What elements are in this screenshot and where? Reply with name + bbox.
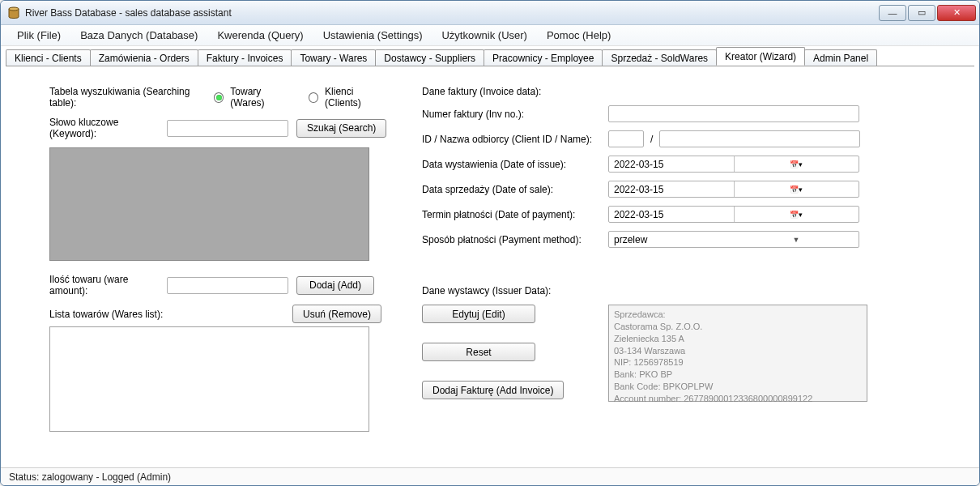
issue-date-picker[interactable]: 2022-03-15 📅▾ [608, 156, 859, 173]
tab-wares[interactable]: Towary - Wares [291, 49, 376, 66]
window-title: River Bass Database - sales database ass… [25, 7, 879, 19]
calendar-icon: 📅▾ [734, 156, 859, 172]
menu-settings[interactable]: Ustawienia (Settings) [318, 28, 428, 43]
sale-date-label: Data sprzedaży (Date of sale): [422, 184, 608, 195]
payment-date-value: 2022-03-15 [609, 209, 734, 220]
wares-list-label: Lista towarów (Wares list): [49, 309, 292, 320]
search-button[interactable]: Szukaj (Search) [296, 119, 386, 138]
radio-clients-indicator [309, 92, 319, 103]
app-window: River Bass Database - sales database ass… [0, 0, 980, 486]
issue-date-label: Data wystawienia (Date of issue): [422, 159, 608, 170]
calendar-icon: 📅▾ [734, 181, 859, 197]
menu-file[interactable]: Plik (File) [12, 28, 66, 43]
wares-list[interactable] [49, 326, 369, 432]
status-text: Status: zalogowany - Logged (Admin) [9, 471, 171, 483]
payment-method-label: Sposób płatności (Payment method): [422, 234, 608, 245]
search-results-grid[interactable] [49, 147, 369, 261]
issuer-data-box: Sprzedawca: Castorama Sp. Z.O.O. Zieleni… [608, 305, 867, 402]
client-id-input[interactable] [608, 130, 644, 147]
right-column: Dane faktury (Invoice data): Numer faktu… [422, 86, 950, 432]
issue-date-value: 2022-03-15 [609, 159, 734, 170]
tab-clients[interactable]: Klienci - Clients [6, 49, 91, 66]
menu-help[interactable]: Pomoc (Help) [542, 28, 616, 43]
menu-database[interactable]: Baza Danych (Database) [75, 28, 202, 43]
app-icon [7, 6, 20, 19]
sale-date-picker[interactable]: 2022-03-15 📅▾ [608, 181, 859, 198]
payment-method-value: przelew [609, 234, 734, 245]
tab-wizard[interactable]: Kreator (Wizard) [716, 47, 805, 66]
tab-content: Tabela wyszukiwania (Searching table): T… [6, 66, 974, 464]
chevron-down-icon: ▼ [734, 236, 859, 244]
minimize-button[interactable]: — [879, 5, 906, 21]
slash-separator: / [650, 134, 653, 145]
amount-label: Ilość towaru (ware amount): [49, 274, 167, 296]
payment-date-picker[interactable]: 2022-03-15 📅▾ [608, 206, 859, 223]
payment-date-label: Termin płatności (Date of payment): [422, 209, 608, 220]
calendar-icon: 📅▾ [734, 207, 859, 222]
reset-button[interactable]: Reset [422, 343, 535, 361]
tab-orders[interactable]: Zamówienia - Orders [90, 49, 198, 66]
titlebar: River Bass Database - sales database ass… [1, 1, 979, 25]
client-name-input[interactable] [659, 130, 860, 147]
tab-suppliers[interactable]: Dostawcy - Suppliers [375, 49, 484, 66]
statusbar: Status: zalogowany - Logged (Admin) [1, 467, 979, 485]
edit-button[interactable]: Edytuj (Edit) [422, 305, 535, 323]
remove-button[interactable]: Usuń (Remove) [292, 305, 381, 323]
menu-query[interactable]: Kwerenda (Query) [212, 28, 308, 43]
tab-admin[interactable]: Admin Panel [804, 49, 877, 66]
menubar: Plik (File) Baza Danych (Database) Kwere… [1, 25, 979, 46]
invoice-data-label: Dane faktury (Invoice data): [422, 86, 608, 97]
radio-clients[interactable]: Klienci (Clients) [309, 86, 390, 109]
keyword-label: Słowo kluczowe (Keyword): [49, 117, 167, 139]
radio-clients-label: Klienci (Clients) [325, 86, 390, 109]
radio-wares[interactable]: Towary (Wares) [214, 86, 296, 109]
payment-method-dropdown[interactable]: przelew ▼ [608, 231, 859, 248]
tab-soldwares[interactable]: Sprzedaż - SoldWares [602, 49, 717, 66]
add-button[interactable]: Dodaj (Add) [296, 276, 374, 295]
add-invoice-button[interactable]: Dodaj Fakturę (Add Invoice) [422, 381, 564, 399]
client-label: ID / Nazwa odbiorcy (Client ID / Name): [422, 134, 608, 145]
keyword-input[interactable] [167, 120, 288, 137]
close-button[interactable]: ✕ [937, 5, 976, 21]
inv-no-label: Numer faktury (Inv no.): [422, 109, 608, 120]
menu-user[interactable]: Użytkownik (User) [437, 28, 531, 43]
tab-strip: Klienci - Clients Zamówienia - Orders Fa… [1, 46, 979, 66]
tab-employee[interactable]: Pracownicy - Employee [484, 49, 603, 66]
svg-point-0 [9, 7, 19, 11]
maximize-button[interactable]: ▭ [908, 5, 935, 21]
tab-invoices[interactable]: Faktury - Invoices [198, 49, 292, 66]
radio-wares-indicator [214, 92, 224, 103]
issuer-label: Dane wystawcy (Issuer Data): [422, 285, 608, 296]
left-column: Tabela wyszukiwania (Searching table): T… [49, 86, 390, 432]
amount-input[interactable] [167, 277, 288, 294]
inv-no-input[interactable] [608, 105, 859, 122]
sale-date-value: 2022-03-15 [609, 184, 734, 195]
radio-wares-label: Towary (Wares) [230, 86, 295, 109]
search-table-label: Tabela wyszukiwania (Searching table): [49, 86, 214, 109]
